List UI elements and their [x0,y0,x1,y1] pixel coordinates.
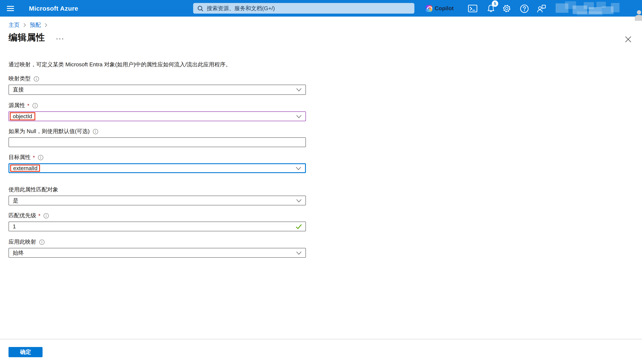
field-label: 匹配优先级 [9,212,36,220]
matching-precedence-input[interactable] [13,223,294,230]
breadcrumb-home-link[interactable]: 主页 [9,21,20,29]
info-icon[interactable] [34,76,39,82]
search-icon [197,5,203,11]
field-label: 使用此属性匹配对象 [9,186,58,194]
breadcrumb: 主页 预配 [9,21,47,29]
default-value-input[interactable] [13,139,294,146]
selected-value: 始终 [13,249,24,257]
field-label: 源属性 [9,102,25,109]
close-button[interactable] [622,33,634,45]
selected-value: objectId [13,113,32,120]
global-search [193,3,414,14]
hamburger-menu-button[interactable] [4,3,16,14]
field-target-attribute: 目标属性 * externalId [9,154,306,161]
settings-button[interactable] [500,2,513,15]
notifications-button[interactable]: 5 [485,2,497,15]
breadcrumb-provisioning-link[interactable]: 预配 [30,21,41,29]
selected-value: externalId [13,165,38,171]
help-button[interactable] [518,2,530,15]
search-input[interactable] [207,5,410,12]
redacted-account-info [556,1,619,15]
copilot-icon [425,5,432,12]
title-context-menu[interactable]: ··· [56,36,65,43]
info-icon[interactable] [39,239,45,245]
copilot-label: Copilot [435,5,454,12]
field-label: 目标属性 [9,154,31,161]
cloud-shell-button[interactable] [466,2,479,15]
chevron-right-icon [45,23,47,27]
info-icon[interactable] [32,103,38,108]
mapping-type-select[interactable]: 直接 [9,84,306,95]
footer: 确定 [0,339,642,364]
field-mapping-type: 映射类型 直接 [9,75,306,82]
chevron-right-icon [24,23,26,27]
chevron-down-icon [296,199,302,202]
selected-value: 直接 [13,86,24,94]
notification-badge: 5 [492,0,498,7]
required-marker: * [27,102,29,109]
apply-mapping-select[interactable]: 始终 [9,248,306,258]
feedback-icon [536,4,546,13]
brand-microsoft-azure[interactable]: Microsoft Azure [29,0,78,16]
field-matching-precedence: 匹配优先级 * [9,212,306,219]
copilot-button[interactable]: Copilot [421,2,458,14]
help-icon [520,4,529,13]
page-description: 通过映射，可定义某类 Microsoft Entra 对象(如用户)中的属性应如… [9,61,231,68]
field-source-attribute: 源属性 * objectId [9,102,306,109]
source-attribute-select[interactable]: objectId [9,112,306,121]
info-icon[interactable] [44,213,49,218]
field-default-if-null: 如果为 Null，则使用默认值(可选) [9,128,306,135]
target-attribute-select[interactable]: externalId [9,163,306,173]
topbar: Microsoft Azure Copilot 5 [0,0,642,16]
chevron-down-icon [296,88,302,92]
required-marker: * [38,212,41,219]
field-label: 映射类型 [9,75,31,82]
info-icon[interactable] [93,129,98,134]
chevron-down-icon [296,114,302,118]
feedback-button[interactable] [535,2,547,15]
chevron-down-icon [296,166,301,170]
ok-button[interactable]: 确定 [9,347,43,357]
cloud-shell-icon [468,4,477,13]
close-icon [625,36,631,42]
hamburger-icon [7,6,14,11]
avatar-button[interactable] [628,3,639,14]
field-label: 应用此映射 [9,238,36,246]
page-title: 编辑属性 [9,32,45,43]
field-apply-mapping: 应用此映射 始终 [9,238,306,245]
match-objects-select[interactable]: 是 [9,196,306,206]
valid-check-icon [296,224,302,229]
info-icon[interactable] [38,154,44,160]
field-match-objects: 使用此属性匹配对象 是 [9,186,306,193]
azure-portal-page: Microsoft Azure Copilot 5 [0,0,642,364]
required-marker: * [33,154,35,160]
gear-icon [502,4,511,13]
chevron-down-icon [296,251,302,254]
selected-value: 是 [13,197,18,204]
field-label: 如果为 Null，则使用默认值(可选) [9,128,90,135]
